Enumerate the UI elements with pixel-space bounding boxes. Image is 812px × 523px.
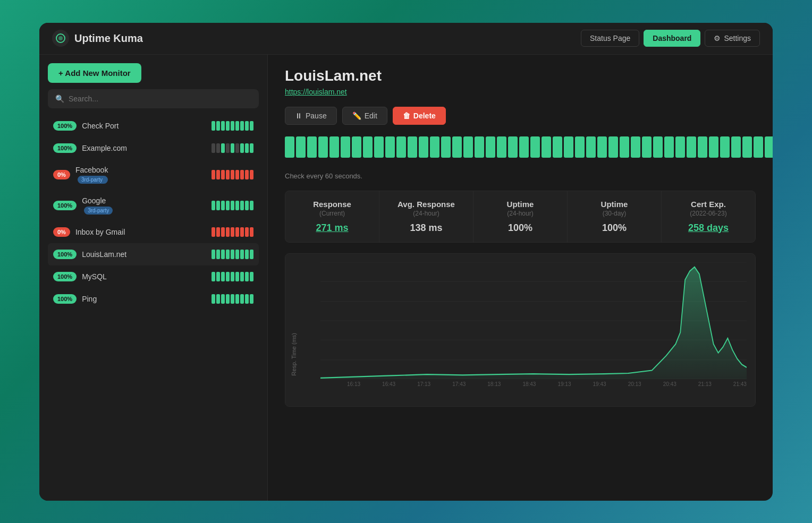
timeline-block bbox=[452, 136, 462, 158]
monitor-name: Inbox by Gmail bbox=[75, 228, 125, 236]
delete-button[interactable]: 🗑 Delete bbox=[393, 107, 446, 125]
heartbeat-bar bbox=[216, 170, 220, 179]
monitor-name: Check Port bbox=[82, 122, 119, 130]
monitor-title: LouisLam.net bbox=[285, 67, 756, 84]
stat-subtitle: (Current) bbox=[296, 210, 368, 217]
timeline-block bbox=[508, 136, 518, 158]
timeline-block bbox=[664, 136, 674, 158]
add-monitor-button[interactable]: + Add New Monitor bbox=[48, 63, 141, 83]
x-labels: 16:1316:4317:1317:4318:1318:4319:1319:43… bbox=[320, 381, 747, 387]
chart-svg: 1,200 1,000 800 600 400 200 0 bbox=[320, 262, 747, 379]
heartbeat-bar bbox=[231, 201, 234, 210]
heartbeat-bar bbox=[245, 272, 249, 281]
timeline-block bbox=[608, 136, 618, 158]
status-badge: 100% bbox=[53, 143, 77, 153]
heartbeat-bar bbox=[212, 201, 215, 210]
check-interval: Check every 60 seconds. bbox=[285, 172, 756, 180]
timeline-block bbox=[441, 136, 451, 158]
timeline-block bbox=[341, 136, 350, 158]
stat-title: Response bbox=[296, 200, 368, 209]
monitor-item-mysql[interactable]: 100%MySQL bbox=[48, 265, 259, 288]
x-label: 19:43 bbox=[593, 381, 606, 387]
logo-icon bbox=[52, 30, 69, 47]
monitor-name: Google bbox=[82, 196, 113, 205]
trash-icon: 🗑 bbox=[403, 112, 410, 120]
stat-title: Uptime bbox=[578, 200, 650, 209]
monitor-name: Example.com bbox=[82, 144, 127, 152]
status-timeline bbox=[285, 136, 773, 158]
heartbeat-bar bbox=[221, 143, 225, 153]
timeline-block bbox=[296, 136, 306, 158]
monitor-name: Facebook bbox=[75, 166, 108, 174]
stat-value[interactable]: 258 days bbox=[672, 222, 745, 234]
y-axis-label: Resp. Time (ms) bbox=[291, 333, 297, 376]
heartbeat-bar bbox=[221, 250, 225, 259]
search-icon: 🔍 bbox=[55, 95, 64, 103]
heartbeat-bars bbox=[212, 250, 253, 259]
status-badge: 100% bbox=[53, 294, 77, 304]
monitor-item-facebook[interactable]: 0%Facebook3rd-party bbox=[48, 159, 259, 190]
heartbeat-bar bbox=[221, 201, 225, 210]
sidebar: + Add New Monitor 🔍 100%Check Port100%Ex… bbox=[39, 55, 268, 501]
monitor-item-louislam-net[interactable]: 100%LouisLam.net bbox=[48, 243, 259, 265]
app-window: Uptime Kuma Status Page Dashboard ⚙ Sett… bbox=[39, 23, 773, 501]
pause-button[interactable]: ⏸ Pause bbox=[285, 107, 337, 125]
monitor-item-google[interactable]: 100%Google3rd-party bbox=[48, 190, 259, 221]
search-input[interactable] bbox=[69, 95, 251, 103]
timeline-block bbox=[653, 136, 663, 158]
heartbeat-bar bbox=[240, 250, 244, 259]
monitor-item-check-port[interactable]: 100%Check Port bbox=[48, 115, 259, 137]
edit-button[interactable]: ✏️ Edit bbox=[342, 107, 387, 125]
heartbeat-bar bbox=[240, 272, 244, 281]
heartbeat-bar bbox=[235, 272, 239, 281]
heartbeat-bar bbox=[221, 294, 225, 304]
timeline-block bbox=[486, 136, 495, 158]
timeline-block bbox=[675, 136, 685, 158]
timeline-block bbox=[586, 136, 596, 158]
logo: Uptime Kuma bbox=[52, 30, 143, 47]
monitor-name: Ping bbox=[82, 295, 97, 303]
timeline-block bbox=[631, 136, 640, 158]
heartbeat-bar bbox=[216, 143, 220, 153]
heartbeat-bar bbox=[212, 170, 215, 179]
heartbeat-bars bbox=[212, 272, 253, 281]
heartbeat-bar bbox=[221, 121, 225, 131]
monitor-list: 100%Check Port100%Example.com0%Facebook3… bbox=[48, 115, 259, 310]
heartbeat-bar bbox=[240, 170, 244, 179]
monitor-url[interactable]: https://louislam.net bbox=[285, 88, 756, 96]
chart-area: 1,200 1,000 800 600 400 200 0 bbox=[320, 262, 747, 379]
x-label: 21:13 bbox=[698, 381, 712, 387]
monitor-item-ping[interactable]: 100%Ping bbox=[48, 288, 259, 310]
x-label: 21:43 bbox=[733, 381, 747, 387]
timeline-block bbox=[463, 136, 473, 158]
monitor-item-example-com[interactable]: 100%Example.com bbox=[48, 137, 259, 159]
search-box: 🔍 bbox=[48, 89, 259, 108]
heartbeat-bar bbox=[226, 250, 230, 259]
heartbeat-bar bbox=[235, 294, 239, 304]
x-label: 18:13 bbox=[487, 381, 501, 387]
heartbeat-bars bbox=[212, 121, 253, 131]
heartbeat-bar bbox=[212, 121, 215, 131]
status-badge: 100% bbox=[53, 121, 77, 131]
stat-card-cert-exp: Cert Exp.(2022-06-23)258 days bbox=[662, 191, 755, 242]
heartbeat-bar bbox=[226, 170, 230, 179]
timeline-block bbox=[765, 136, 773, 158]
timeline-block bbox=[374, 136, 384, 158]
heartbeat-bar bbox=[231, 121, 234, 131]
stat-value[interactable]: 271 ms bbox=[296, 222, 368, 234]
status-page-button[interactable]: Status Page bbox=[581, 30, 639, 47]
heartbeat-bar bbox=[231, 250, 234, 259]
status-badge: 100% bbox=[53, 272, 77, 281]
settings-button[interactable]: ⚙ Settings bbox=[705, 30, 760, 47]
chart-wrapper: Resp. Time (ms) 1,200 bbox=[294, 262, 747, 398]
stat-card-avg-response: Avg. Response(24-hour)138 ms bbox=[379, 191, 473, 242]
status-badge: 0% bbox=[53, 227, 70, 237]
chart-container: Resp. Time (ms) 1,200 bbox=[285, 253, 756, 407]
timeline-block bbox=[519, 136, 529, 158]
heartbeat-bar bbox=[235, 201, 239, 210]
stats-row: Response(Current)271 msAvg. Response(24-… bbox=[285, 191, 756, 243]
heartbeat-bar bbox=[240, 294, 244, 304]
x-label: 20:13 bbox=[628, 381, 641, 387]
dashboard-button[interactable]: Dashboard bbox=[644, 30, 700, 47]
monitor-item-inbox-gmail[interactable]: 0%Inbox by Gmail bbox=[48, 221, 259, 243]
